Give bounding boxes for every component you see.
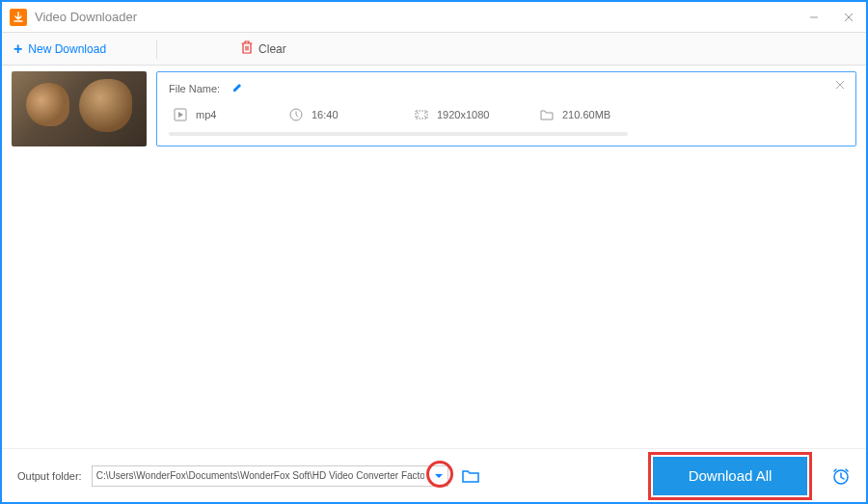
edit-icon[interactable] <box>231 80 243 97</box>
resolution-value: 1920x1080 <box>437 109 489 120</box>
new-download-button[interactable]: + New Download <box>14 40 106 58</box>
folder-icon <box>539 107 555 122</box>
clear-label: Clear <box>258 42 286 56</box>
trash-icon <box>241 40 253 57</box>
size-value: 210.60MB <box>562 109 610 120</box>
highlight-annotation-box: Download All <box>648 452 812 500</box>
app-title: Video Downloader <box>35 10 804 24</box>
download-all-button[interactable]: Download All <box>653 457 807 495</box>
video-thumbnail[interactable] <box>12 71 147 146</box>
remove-item-button[interactable] <box>834 78 846 93</box>
browse-folder-button[interactable] <box>462 468 479 484</box>
toolbar-divider <box>156 40 157 59</box>
progress-bar <box>169 132 628 136</box>
resolution-icon <box>414 107 429 122</box>
download-list: File Name: mp4 16:40 <box>2 66 866 152</box>
file-name-label: File Name: <box>169 83 220 94</box>
toolbar: + New Download Clear <box>2 33 866 66</box>
output-path-dropdown[interactable] <box>430 466 448 486</box>
minimize-button[interactable] <box>804 8 824 27</box>
format-icon <box>173 107 188 122</box>
output-path-input[interactable] <box>92 465 448 487</box>
duration-value: 16:40 <box>312 109 339 120</box>
schedule-button[interactable] <box>831 466 851 486</box>
download-item: File Name: mp4 16:40 <box>12 71 856 146</box>
format-value: mp4 <box>196 109 216 120</box>
bottom-bar: Output folder: Download All <box>2 448 866 502</box>
new-download-label: New Download <box>28 42 106 56</box>
download-item-card[interactable]: File Name: mp4 16:40 <box>156 71 856 146</box>
app-icon <box>10 9 27 26</box>
clear-button[interactable]: Clear <box>241 40 286 57</box>
output-folder-label: Output folder: <box>17 470 82 482</box>
clock-icon <box>288 107 304 122</box>
plus-icon: + <box>14 40 22 58</box>
close-button[interactable] <box>839 8 858 27</box>
title-bar: Video Downloader <box>2 2 866 33</box>
